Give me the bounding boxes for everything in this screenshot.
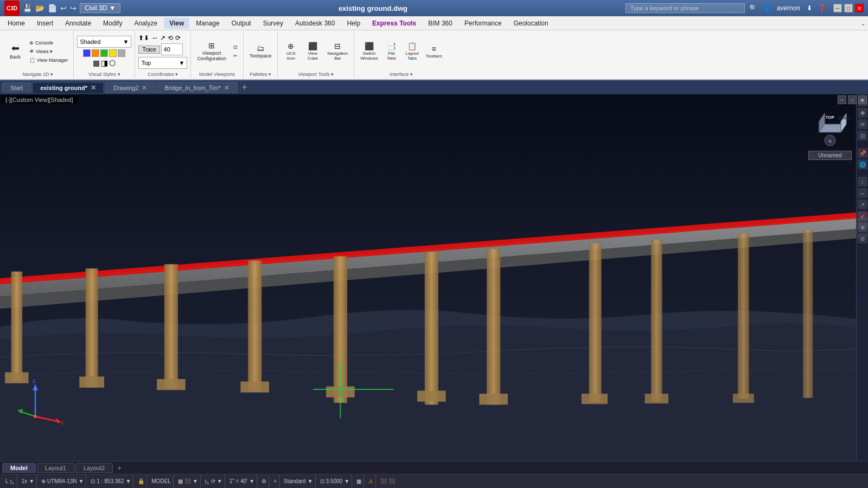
doc-tab-existing-ground[interactable]: existing ground* ✕ [32,82,104,93]
menu-bim360[interactable]: BIM 360 [423,18,458,29]
quick-open-icon[interactable]: 📂 [35,4,44,12]
maximize-button[interactable]: □ [844,4,853,12]
toolbars-button[interactable]: ≡ Toolbars [423,41,445,62]
viewport-clip-button[interactable]: ✂ [231,52,240,60]
minimize-button[interactable]: ─ [833,4,842,12]
navigate2d-label[interactable]: Navigate 2D ▾ [22,72,53,77]
ribbon-console-button[interactable]: ⊕ Console [27,39,70,47]
color-swatch-1[interactable] [83,49,91,57]
vp-extents-button[interactable]: ⊡ [858,131,867,140]
navigation-bar-button[interactable]: ⊟ NavigationBar [324,41,350,62]
unmanned-label[interactable]: Unnamed [808,151,852,160]
status-snap-mode[interactable]: L ◺ [3,474,17,488]
status-scale-ratio[interactable]: ⊡ 1 : 853.362 ▼ [88,474,133,488]
doc-tab-bridge[interactable]: Bridge_In_from_Tim* ✕ [156,82,238,93]
vp-pan-button[interactable]: ✥ [858,108,867,118]
viewport-tools-label[interactable]: Viewport Tools ▾ [298,72,334,77]
close-button[interactable]: ✕ [855,4,864,12]
color-swatch-5[interactable] [118,49,125,57]
trace-input[interactable] [161,43,183,55]
sign-in-icon[interactable]: ⬇ [807,4,812,12]
viewport-label[interactable]: [-][Custom View][Shaded] [1,95,78,104]
menu-express-tools[interactable]: Express Tools [367,18,422,29]
viewport-maximize-button[interactable]: □ [848,95,857,104]
viewport-config-button[interactable]: ⊞ ViewportConfiguration [194,40,229,63]
menu-manage[interactable]: Manage [190,18,225,29]
status-warning[interactable]: ⚠ [366,474,376,488]
search-input[interactable] [626,3,745,13]
menu-output[interactable]: Output [226,18,257,29]
menu-annotate[interactable]: Annotate [60,18,97,29]
status-lock[interactable]: 🔒 [136,474,147,488]
layout-tab-layout1[interactable]: Layout1 [37,463,74,473]
model-viewports-label[interactable]: Model Viewports [199,72,235,77]
color-swatch-3[interactable] [100,49,108,57]
viewport-named-button[interactable]: ⊡ [231,43,240,51]
toolspace-button[interactable]: 🗂 Toolspace [247,43,275,60]
ribbon-back-button[interactable]: ⬅ Back [5,42,25,61]
status-extra-icons[interactable]: ⬛ ⬛ [378,474,397,488]
doc-tab-start[interactable]: Start [2,82,31,93]
switch-windows-button[interactable]: ⬛ SwitchWindows [358,41,380,62]
doc-tab-drawing2[interactable]: Drawing2 ✕ [105,82,155,93]
vp-resize3-button[interactable]: ↗ [858,200,867,209]
doc-tab-bridge-close[interactable]: ✕ [224,84,229,92]
menu-autodesk360[interactable]: Autodesk 360 [290,18,340,29]
ucs-icon-button[interactable]: ⊕ UCSIcon [281,41,301,62]
ribbon-viewmgr-button[interactable]: 📋 View Manager [27,56,70,64]
layout-tabs-button[interactable]: 📋 LayoutTabs [403,41,422,62]
menu-view[interactable]: View [164,18,189,29]
status-standard[interactable]: Standard ▼ [282,474,316,488]
view-direction-dropdown[interactable]: Top ▼ [138,57,187,69]
doc-tab-add-button[interactable]: + [239,82,250,92]
undo-icon[interactable]: ↩ [60,4,67,12]
redo-icon[interactable]: ↪ [70,4,76,12]
color-swatch-2[interactable] [92,49,99,57]
layout-tab-layout2[interactable]: Layout2 [75,463,113,473]
status-model[interactable]: MODEL [149,474,174,488]
status-coordinate-system[interactable]: ⊕ UTM84-13N ▼ [39,474,86,488]
workspace-dropdown[interactable]: Civil 3D ▼ [80,3,120,13]
palettes-label[interactable]: Palettes ▾ [250,72,271,77]
view-cube[interactable]: TOP RIGHT N Unnamed [808,105,852,149]
interface-label[interactable]: Interface ▾ [390,72,413,77]
status-snap-angle[interactable]: ◺ ⟳ ▼ [203,474,225,488]
status-add-button[interactable]: + [271,474,279,488]
vp-orbit-button[interactable]: ⟳ [858,119,867,129]
quick-new-icon[interactable]: 📄 [48,4,57,12]
file-tabs-button[interactable]: 📑 FileTabs [382,41,401,62]
menu-insert[interactable]: Insert [31,18,59,29]
vp-resize6-button[interactable]: ⊘ [858,234,867,243]
layout-tab-add-button[interactable]: + [114,464,125,472]
status-selection[interactable]: ▦ [354,474,364,488]
visual-styles-label[interactable]: Visual Styles ▾ [88,72,120,77]
menu-geolocation[interactable]: Geolocation [508,18,554,29]
quick-save-icon[interactable]: 💾 [23,4,32,12]
ribbon-collapse-icon[interactable]: ⌄ [860,20,866,27]
menu-analyze[interactable]: Analyze [129,18,163,29]
vp-resize1-button[interactable]: ↕ [858,177,867,187]
vp-resize5-button[interactable]: ⊕ [858,222,867,232]
menu-home[interactable]: Home [2,18,30,29]
main-viewport[interactable]: [-][Custom View][Shaded] ─ □ ✕ [0,94,868,461]
coordinates-label[interactable]: Coordinates ▾ [148,72,178,77]
menu-performance[interactable]: Performance [459,18,507,29]
status-settings-gear[interactable]: ⚙ [259,474,269,488]
vp-resize4-button[interactable]: ↙ [858,211,867,221]
view-cube-button[interactable]: ⬛ ViewCube [303,41,322,62]
status-drawing-scale[interactable]: 1" = 40' ▼ [227,474,257,488]
menu-survey[interactable]: Survey [258,18,289,29]
vp-globe-button[interactable]: 🌐 [858,159,867,169]
visual-style-dropdown[interactable]: Shaded ▼ [77,36,131,48]
ribbon-views-button[interactable]: 👁 Views ▾ [27,48,70,55]
viewport-minimize-button[interactable]: ─ [838,95,846,104]
hatching-icon[interactable]: ▦ [93,59,100,67]
wireframe-icon[interactable]: ⬡ [109,59,116,67]
help-icon[interactable]: ❓ [818,4,827,12]
viewport-close-button[interactable]: ✕ [858,95,867,104]
shading-icon[interactable]: ◨ [101,59,108,67]
doc-tab-drawing2-close[interactable]: ✕ [142,84,147,92]
layout-tab-model[interactable]: Model [2,463,36,473]
search-icon[interactable]: 🔍 [749,4,757,12]
vp-pin-button[interactable]: 📌 [858,148,867,158]
